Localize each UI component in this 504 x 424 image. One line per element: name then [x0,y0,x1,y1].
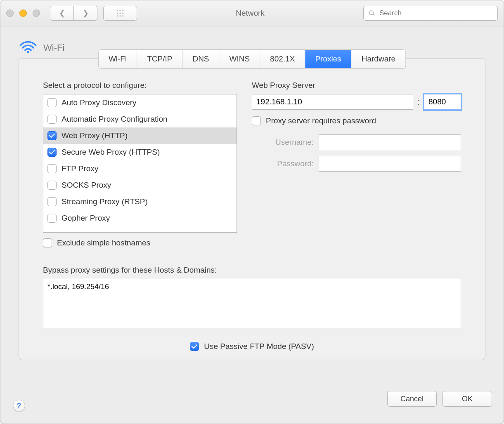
minimize-window-button[interactable] [19,9,27,17]
protocol-rtsp[interactable]: Streaming Proxy (RTSP) [43,193,237,210]
svg-point-1 [119,10,121,11]
list-item-label: Auto Proxy Discovery [62,98,137,107]
exclude-simple-hostnames-checkbox[interactable] [43,238,52,247]
svg-point-9 [27,51,29,53]
list-item-label: FTP Proxy [62,164,98,173]
protocol-list[interactable]: Auto Proxy Discovery Automatic Proxy Con… [43,94,237,233]
protocol-http[interactable]: Web Proxy (HTTP) [43,127,237,144]
chevron-right-icon: ❯ [83,9,89,18]
requires-password-checkbox[interactable] [252,116,261,125]
settings-tab-bar: Wi-Fi TCP/IP DNS WINS 802.1X Proxies Har… [98,49,406,68]
list-item-label: Automatic Proxy Configuration [62,115,168,124]
protocol-http-checkbox[interactable] [47,131,57,140]
connection-title: Wi-Fi [43,42,64,53]
bypass-hosts-textarea[interactable] [43,279,461,328]
tab-proxies[interactable]: Proxies [305,50,351,68]
requires-password-label: Proxy server requires password [266,116,376,125]
protocol-gopher-checkbox[interactable] [47,214,57,223]
protocol-rtsp-checkbox[interactable] [47,197,57,206]
cancel-button[interactable]: Cancel [387,391,437,407]
password-label: Password: [252,159,314,168]
protocol-ftp-checkbox[interactable] [47,164,57,173]
pasv-label: Use Passive FTP Mode (PASV) [204,342,314,351]
protocol-ftp[interactable]: FTP Proxy [43,160,237,177]
password-input[interactable] [319,156,461,172]
requires-password-row: Proxy server requires password [252,116,461,125]
list-item-label: Gopher Proxy [62,214,110,223]
username-input[interactable] [319,134,461,150]
forward-button[interactable]: ❯ [74,6,97,21]
back-button[interactable]: ❮ [50,6,74,21]
svg-point-3 [117,12,118,14]
protocol-https-checkbox[interactable] [47,148,57,157]
username-row: Username: [252,134,461,150]
password-row: Password: [252,156,461,172]
proxy-server-port-input[interactable] [424,94,461,110]
window-controls [6,9,40,17]
tab-wifi[interactable]: Wi-Fi [99,50,137,68]
search-input[interactable] [379,9,492,18]
list-item-label: SOCKS Proxy [62,181,111,190]
protocol-auto-discovery[interactable]: Auto Proxy Discovery [43,94,237,111]
sheet-container: Wi-Fi Wi-Fi TCP/IP DNS WINS 802.1X Proxi… [0,26,504,368]
tab-8021x[interactable]: 802.1X [260,50,305,68]
svg-point-5 [122,12,123,14]
proxy-server-address-input[interactable] [252,94,413,110]
protocol-gopher[interactable]: Gopher Proxy [43,210,237,226]
nav-back-forward: ❮ ❯ [50,6,97,21]
window-toolbar: ❮ ❯ Network [0,0,504,26]
bypass-section: Bypass proxy settings for these Hosts & … [43,266,461,330]
tab-dns[interactable]: DNS [182,50,219,68]
bypass-label: Bypass proxy settings for these Hosts & … [43,266,461,275]
protocol-auto-discovery-checkbox[interactable] [47,98,57,107]
list-item-label: Secure Web Proxy (HTTPS) [62,148,160,157]
search-icon [369,10,375,16]
sheet-footer: Cancel OK [0,382,504,424]
search-field-wrap[interactable] [363,6,498,21]
pasv-checkbox[interactable] [190,342,199,351]
ok-button[interactable]: OK [442,391,492,407]
tab-hardware[interactable]: Hardware [352,50,405,68]
svg-point-4 [119,12,121,14]
protocol-auto-config[interactable]: Automatic Proxy Configuration [43,111,237,127]
svg-point-7 [119,15,121,16]
server-port-separator: : [417,97,420,107]
svg-point-8 [122,15,123,16]
exclude-simple-hostnames-row: Exclude simple hostnames [43,238,237,247]
grid-icon [116,9,124,17]
zoom-window-button[interactable] [33,9,40,17]
chevron-left-icon: ❮ [59,9,65,18]
exclude-simple-hostnames-label: Exclude simple hostnames [57,238,150,247]
username-label: Username: [252,138,314,147]
window-title: Network [143,9,357,18]
protocol-socks-checkbox[interactable] [47,181,57,190]
list-item-label: Web Proxy (HTTP) [62,131,128,140]
network-preferences-window: ❮ ❯ Network [0,0,504,424]
show-all-prefs-button[interactable] [103,6,137,21]
list-item-label: Streaming Proxy (RTSP) [62,197,148,206]
protocol-auto-config-checkbox[interactable] [47,115,57,124]
settings-sheet: Wi-Fi TCP/IP DNS WINS 802.1X Proxies Har… [19,58,485,360]
protocol-select-label: Select a protocol to configure: [43,81,237,90]
svg-point-0 [117,10,118,11]
tab-tcpip[interactable]: TCP/IP [137,50,182,68]
proxy-server-section-label: Web Proxy Server [252,81,461,90]
svg-point-2 [122,10,123,11]
wifi-icon [19,39,38,57]
protocol-https[interactable]: Secure Web Proxy (HTTPS) [43,144,237,160]
tab-wins[interactable]: WINS [220,50,260,68]
svg-point-6 [117,15,118,16]
protocol-socks[interactable]: SOCKS Proxy [43,177,237,193]
proxies-pane: Select a protocol to configure: Auto Pro… [19,59,485,258]
close-window-button[interactable] [6,9,14,17]
pasv-row: Use Passive FTP Mode (PASV) [19,342,485,351]
